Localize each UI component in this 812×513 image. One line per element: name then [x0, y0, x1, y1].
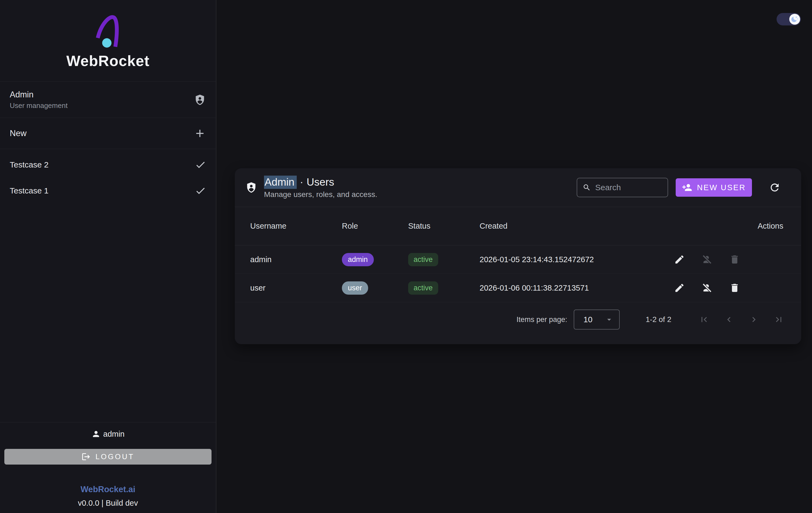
- sidebar-admin-subtitle: User management: [10, 102, 68, 110]
- next-page-button[interactable]: [749, 314, 759, 325]
- main-area: Admin·Users Manage users, roles, and acc…: [217, 0, 812, 513]
- first-page-button[interactable]: [699, 314, 709, 325]
- testcase-label: Testcase 2: [10, 160, 49, 169]
- version-text: v0.0.0 | Build dev: [78, 498, 138, 508]
- column-header-username: Username: [250, 222, 342, 230]
- webrocket-logo-icon: [95, 14, 120, 50]
- chevron-down-icon: [605, 315, 614, 324]
- sidebar-footer: admin LOGOUT WebRocket.ai v0.0.0 | Build…: [0, 422, 216, 513]
- new-user-label: NEW USER: [697, 183, 746, 192]
- previous-page-button[interactable]: [724, 314, 734, 325]
- trash-icon: [729, 283, 740, 293]
- testcase-list: Testcase 2 Testcase 1: [0, 149, 216, 204]
- sidebar-new-label: New: [10, 129, 27, 138]
- table-row: user user active 2026-01-06 00:11:38.227…: [235, 274, 801, 302]
- logout-label: LOGOUT: [95, 453, 135, 461]
- pagination: Items per page: 10 1-2 of 2: [235, 302, 801, 344]
- new-user-button[interactable]: NEW USER: [676, 178, 752, 197]
- sidebar-item-admin[interactable]: Admin User management: [0, 82, 216, 118]
- moon-icon: [791, 15, 799, 23]
- page-title: Admin·Users: [264, 176, 377, 188]
- logout-icon: [81, 452, 91, 461]
- plus-icon: [194, 127, 206, 140]
- person-icon: [91, 429, 100, 438]
- refresh-icon: [769, 181, 781, 194]
- shield-person-icon: [194, 94, 206, 106]
- disable-user-button[interactable]: [702, 254, 713, 265]
- cell-username: user: [250, 284, 342, 292]
- first-page-icon: [699, 314, 709, 325]
- trash-icon: [729, 254, 740, 265]
- toggle-thumb: [789, 14, 800, 25]
- brand-title: WebRocket: [66, 52, 150, 69]
- sidebar-item-testcase-1[interactable]: Testcase 1: [0, 178, 216, 204]
- logout-button[interactable]: LOGOUT: [4, 449, 211, 464]
- items-per-page-select[interactable]: 10: [574, 310, 620, 330]
- brand-area: WebRocket: [0, 0, 216, 82]
- person-off-icon: [702, 283, 713, 293]
- sidebar-admin-title: Admin: [10, 90, 68, 99]
- delete-user-button[interactable]: [729, 254, 740, 265]
- person-off-icon: [702, 254, 713, 265]
- edit-user-button[interactable]: [674, 254, 685, 265]
- search-icon: [583, 182, 591, 192]
- page-title-selected: Admin: [264, 176, 297, 189]
- cell-created: 2026-01-05 23:14:43.152472672: [480, 255, 702, 264]
- table-header: Username Role Status Created Actions: [235, 207, 801, 246]
- person-add-icon: [682, 182, 692, 193]
- chevron-right-icon: [749, 314, 759, 325]
- disable-user-button[interactable]: [702, 283, 713, 293]
- table-row: admin admin active 2026-01-05 23:14:43.1…: [235, 246, 801, 274]
- testcase-label: Testcase 1: [10, 186, 49, 195]
- current-user: admin: [91, 429, 125, 438]
- items-per-page-label: Items per page:: [516, 315, 567, 324]
- sidebar-item-new[interactable]: New: [0, 118, 216, 149]
- card-header: Admin·Users Manage users, roles, and acc…: [235, 168, 801, 207]
- users-card: Admin·Users Manage users, roles, and acc…: [235, 168, 801, 344]
- refresh-button[interactable]: [769, 181, 781, 194]
- check-icon: [195, 185, 206, 196]
- webrocket-link[interactable]: WebRocket.ai: [81, 485, 136, 494]
- items-per-page-value: 10: [583, 315, 592, 324]
- current-user-name: admin: [103, 430, 125, 438]
- edit-user-button[interactable]: [674, 283, 685, 293]
- search-box: [577, 178, 668, 197]
- status-badge: active: [408, 281, 438, 295]
- search-input[interactable]: [594, 182, 662, 192]
- dark-mode-toggle[interactable]: [777, 13, 801, 25]
- cell-created: 2026-01-06 00:11:38.22713571: [480, 284, 702, 292]
- chevron-left-icon: [724, 314, 734, 325]
- edit-icon: [674, 283, 685, 293]
- status-badge: active: [408, 253, 438, 266]
- role-badge: admin: [342, 253, 374, 266]
- pagination-range: 1-2 of 2: [646, 315, 671, 324]
- edit-icon: [674, 254, 685, 265]
- sidebar: WebRocket Admin User management New Test…: [0, 0, 216, 513]
- check-icon: [195, 159, 206, 170]
- page-subtitle: Manage users, roles, and access.: [264, 190, 377, 199]
- column-header-actions: Actions: [702, 222, 783, 230]
- column-header-created: Created: [480, 222, 702, 230]
- app-root: WebRocket Admin User management New Test…: [0, 0, 812, 513]
- column-header-status: Status: [408, 222, 480, 230]
- last-page-button[interactable]: [774, 314, 784, 325]
- column-header-role: Role: [342, 222, 408, 230]
- role-badge: user: [342, 281, 368, 295]
- delete-user-button[interactable]: [729, 283, 740, 293]
- sidebar-item-testcase-2[interactable]: Testcase 2: [0, 152, 216, 178]
- shield-person-icon: [245, 181, 258, 194]
- cell-username: admin: [250, 255, 342, 264]
- last-page-icon: [774, 314, 784, 325]
